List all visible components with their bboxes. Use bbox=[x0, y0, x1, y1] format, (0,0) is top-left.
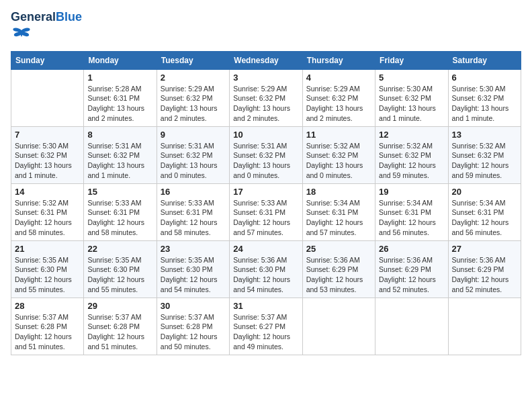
cell-info: Sunrise: 5:33 AM Sunset: 6:31 PM Dayligh… bbox=[161, 198, 226, 238]
day-number: 16 bbox=[161, 187, 226, 197]
cell-info: Sunrise: 5:29 AM Sunset: 6:32 PM Dayligh… bbox=[161, 84, 226, 124]
column-header-saturday: Saturday bbox=[448, 51, 521, 69]
day-number: 29 bbox=[87, 301, 152, 311]
calendar-table: SundayMondayTuesdayWednesdayThursdayFrid… bbox=[11, 51, 521, 355]
day-number: 25 bbox=[306, 244, 371, 254]
cell-info: Sunrise: 5:30 AM Sunset: 6:32 PM Dayligh… bbox=[15, 141, 80, 181]
day-number: 26 bbox=[379, 244, 444, 254]
day-number: 12 bbox=[379, 130, 444, 140]
cell-info: Sunrise: 5:34 AM Sunset: 6:31 PM Dayligh… bbox=[306, 198, 371, 238]
column-header-wednesday: Wednesday bbox=[230, 51, 302, 69]
calendar-cell bbox=[302, 298, 375, 355]
calendar-cell: 10Sunrise: 5:31 AM Sunset: 6:32 PM Dayli… bbox=[230, 126, 302, 183]
day-number: 31 bbox=[233, 301, 298, 311]
calendar-cell: 12Sunrise: 5:32 AM Sunset: 6:32 PM Dayli… bbox=[375, 126, 448, 183]
calendar-cell: 5Sunrise: 5:30 AM Sunset: 6:32 PM Daylig… bbox=[375, 69, 448, 126]
day-number: 24 bbox=[233, 244, 298, 254]
calendar-cell: 22Sunrise: 5:35 AM Sunset: 6:30 PM Dayli… bbox=[84, 240, 157, 298]
calendar-cell: 31Sunrise: 5:37 AM Sunset: 6:27 PM Dayli… bbox=[230, 298, 302, 355]
calendar-cell bbox=[448, 298, 521, 355]
calendar-cell: 15Sunrise: 5:33 AM Sunset: 6:31 PM Dayli… bbox=[84, 183, 157, 240]
cell-info: Sunrise: 5:28 AM Sunset: 6:31 PM Dayligh… bbox=[87, 84, 152, 124]
calendar-cell: 4Sunrise: 5:29 AM Sunset: 6:32 PM Daylig… bbox=[302, 69, 375, 126]
cell-info: Sunrise: 5:35 AM Sunset: 6:30 PM Dayligh… bbox=[161, 255, 226, 295]
calendar-cell: 20Sunrise: 5:34 AM Sunset: 6:31 PM Dayli… bbox=[448, 183, 521, 240]
calendar-cell: 29Sunrise: 5:37 AM Sunset: 6:28 PM Dayli… bbox=[84, 298, 157, 355]
day-number: 19 bbox=[379, 187, 444, 197]
day-number: 9 bbox=[161, 130, 226, 140]
day-number: 18 bbox=[306, 187, 371, 197]
calendar-cell: 14Sunrise: 5:32 AM Sunset: 6:31 PM Dayli… bbox=[11, 183, 84, 240]
calendar-cell: 18Sunrise: 5:34 AM Sunset: 6:31 PM Dayli… bbox=[302, 183, 375, 240]
calendar-cell: 19Sunrise: 5:34 AM Sunset: 6:31 PM Dayli… bbox=[375, 183, 448, 240]
calendar-cell: 3Sunrise: 5:29 AM Sunset: 6:32 PM Daylig… bbox=[230, 69, 302, 126]
calendar-week-row: 7Sunrise: 5:30 AM Sunset: 6:32 PM Daylig… bbox=[11, 126, 521, 183]
day-number: 13 bbox=[452, 130, 517, 140]
day-number: 28 bbox=[15, 301, 80, 311]
day-number: 8 bbox=[87, 130, 152, 140]
day-number: 2 bbox=[161, 73, 226, 83]
logo-text: GeneralBlue bbox=[11, 11, 82, 24]
day-number: 27 bbox=[452, 244, 517, 254]
cell-info: Sunrise: 5:34 AM Sunset: 6:31 PM Dayligh… bbox=[452, 198, 517, 238]
column-header-friday: Friday bbox=[375, 51, 448, 69]
column-header-tuesday: Tuesday bbox=[157, 51, 229, 69]
calendar-cell: 9Sunrise: 5:31 AM Sunset: 6:32 PM Daylig… bbox=[157, 126, 229, 183]
cell-info: Sunrise: 5:32 AM Sunset: 6:32 PM Dayligh… bbox=[452, 141, 517, 181]
cell-info: Sunrise: 5:29 AM Sunset: 6:32 PM Dayligh… bbox=[233, 84, 298, 124]
calendar-cell: 30Sunrise: 5:37 AM Sunset: 6:28 PM Dayli… bbox=[157, 298, 229, 355]
day-number: 22 bbox=[87, 244, 152, 254]
cell-info: Sunrise: 5:32 AM Sunset: 6:32 PM Dayligh… bbox=[379, 141, 444, 181]
calendar-cell: 27Sunrise: 5:36 AM Sunset: 6:29 PM Dayli… bbox=[448, 240, 521, 298]
calendar-cell: 13Sunrise: 5:32 AM Sunset: 6:32 PM Dayli… bbox=[448, 126, 521, 183]
cell-info: Sunrise: 5:33 AM Sunset: 6:31 PM Dayligh… bbox=[87, 198, 152, 238]
calendar-cell: 23Sunrise: 5:35 AM Sunset: 6:30 PM Dayli… bbox=[157, 240, 229, 298]
day-number: 23 bbox=[161, 244, 226, 254]
day-number: 17 bbox=[233, 187, 298, 197]
day-number: 21 bbox=[15, 244, 80, 254]
cell-info: Sunrise: 5:37 AM Sunset: 6:28 PM Dayligh… bbox=[15, 312, 80, 352]
calendar-cell: 17Sunrise: 5:33 AM Sunset: 6:31 PM Dayli… bbox=[230, 183, 302, 240]
days-header-row: SundayMondayTuesdayWednesdayThursdayFrid… bbox=[11, 51, 521, 69]
day-number: 6 bbox=[452, 73, 517, 83]
cell-info: Sunrise: 5:35 AM Sunset: 6:30 PM Dayligh… bbox=[87, 255, 152, 295]
column-header-thursday: Thursday bbox=[302, 51, 375, 69]
column-header-sunday: Sunday bbox=[11, 51, 84, 69]
day-number: 5 bbox=[379, 73, 444, 83]
calendar-cell: 28Sunrise: 5:37 AM Sunset: 6:28 PM Dayli… bbox=[11, 298, 84, 355]
calendar-cell: 21Sunrise: 5:35 AM Sunset: 6:30 PM Dayli… bbox=[11, 240, 84, 298]
cell-info: Sunrise: 5:32 AM Sunset: 6:31 PM Dayligh… bbox=[15, 198, 80, 238]
day-number: 4 bbox=[306, 73, 371, 83]
cell-info: Sunrise: 5:35 AM Sunset: 6:30 PM Dayligh… bbox=[15, 255, 80, 295]
cell-info: Sunrise: 5:30 AM Sunset: 6:32 PM Dayligh… bbox=[452, 84, 517, 124]
day-number: 11 bbox=[306, 130, 371, 140]
calendar-cell: 6Sunrise: 5:30 AM Sunset: 6:32 PM Daylig… bbox=[448, 69, 521, 126]
cell-info: Sunrise: 5:31 AM Sunset: 6:32 PM Dayligh… bbox=[233, 141, 298, 181]
cell-info: Sunrise: 5:33 AM Sunset: 6:31 PM Dayligh… bbox=[233, 198, 298, 238]
cell-info: Sunrise: 5:30 AM Sunset: 6:32 PM Dayligh… bbox=[379, 84, 444, 124]
calendar-cell: 11Sunrise: 5:32 AM Sunset: 6:32 PM Dayli… bbox=[302, 126, 375, 183]
cell-info: Sunrise: 5:34 AM Sunset: 6:31 PM Dayligh… bbox=[379, 198, 444, 238]
calendar-cell: 16Sunrise: 5:33 AM Sunset: 6:31 PM Dayli… bbox=[157, 183, 229, 240]
cell-info: Sunrise: 5:36 AM Sunset: 6:29 PM Dayligh… bbox=[379, 255, 444, 295]
day-number: 10 bbox=[233, 130, 298, 140]
day-number: 20 bbox=[452, 187, 517, 197]
day-number: 14 bbox=[15, 187, 80, 197]
day-number: 3 bbox=[233, 73, 298, 83]
cell-info: Sunrise: 5:31 AM Sunset: 6:32 PM Dayligh… bbox=[87, 141, 152, 181]
day-number: 1 bbox=[87, 73, 152, 83]
calendar-cell: 7Sunrise: 5:30 AM Sunset: 6:32 PM Daylig… bbox=[11, 126, 84, 183]
calendar-cell bbox=[11, 69, 84, 126]
cell-info: Sunrise: 5:36 AM Sunset: 6:30 PM Dayligh… bbox=[233, 255, 298, 295]
calendar-cell: 2Sunrise: 5:29 AM Sunset: 6:32 PM Daylig… bbox=[157, 69, 229, 126]
cell-info: Sunrise: 5:37 AM Sunset: 6:27 PM Dayligh… bbox=[233, 312, 298, 352]
calendar-week-row: 21Sunrise: 5:35 AM Sunset: 6:30 PM Dayli… bbox=[11, 240, 521, 298]
day-number: 15 bbox=[87, 187, 152, 197]
cell-info: Sunrise: 5:32 AM Sunset: 6:32 PM Dayligh… bbox=[306, 141, 371, 181]
day-number: 30 bbox=[161, 301, 226, 311]
calendar-cell bbox=[375, 298, 448, 355]
cell-info: Sunrise: 5:36 AM Sunset: 6:29 PM Dayligh… bbox=[452, 255, 517, 295]
calendar-week-row: 14Sunrise: 5:32 AM Sunset: 6:31 PM Dayli… bbox=[11, 183, 521, 240]
calendar-week-row: 28Sunrise: 5:37 AM Sunset: 6:28 PM Dayli… bbox=[11, 298, 521, 355]
calendar-cell: 26Sunrise: 5:36 AM Sunset: 6:29 PM Dayli… bbox=[375, 240, 448, 298]
